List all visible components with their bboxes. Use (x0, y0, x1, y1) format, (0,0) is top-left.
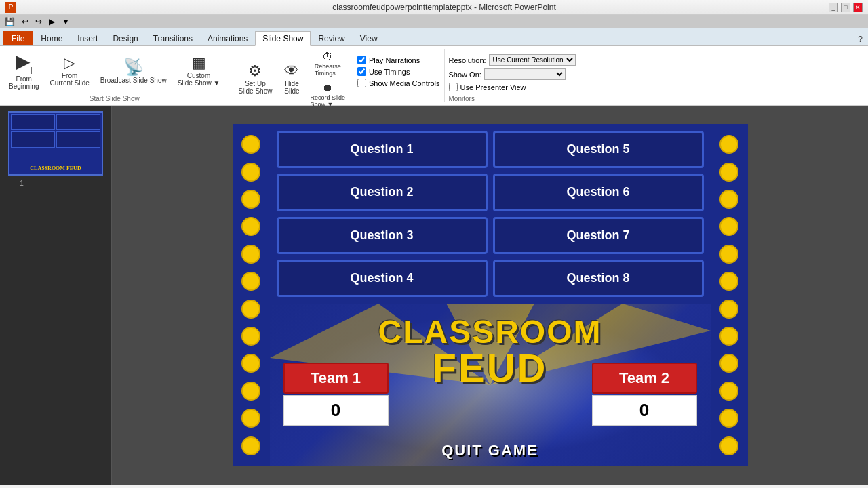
ribbon-group-start-slideshow: ▶| FromBeginning ▷ FromCurrent Slide 📡 B… (0, 49, 229, 102)
dots-left (233, 124, 270, 466)
ribbon-group-monitors: Resolution: Use Current Resolution Show … (445, 49, 580, 102)
question-4-btn[interactable]: Question 4 (277, 260, 488, 297)
question-1-btn[interactable]: Question 1 (277, 131, 488, 168)
question-6-btn[interactable]: Question 6 (493, 174, 704, 211)
quit-game-btn[interactable]: QUIT GAME (441, 442, 538, 460)
team1-score: 0 (283, 395, 389, 426)
dot-left-9 (241, 354, 260, 373)
tab-animations[interactable]: Animations (200, 30, 255, 45)
slide-number-indicator: 1 (20, 180, 24, 187)
classroom-feud-title: CLASSROOM FEUD (378, 316, 602, 388)
team2-section: Team 2 0 (592, 363, 697, 426)
play-narrations-checkbox[interactable]: Play Narrations (357, 56, 420, 64)
team1-section: Team 1 0 (283, 363, 389, 426)
dropdown-quick-btn[interactable]: ▼ (60, 16, 72, 27)
save-quick-btn[interactable]: 💾 (3, 16, 17, 27)
feud-text: FEUD (433, 348, 548, 388)
dot-right-9 (719, 354, 738, 373)
team2-btn[interactable]: Team 2 (592, 363, 697, 394)
dot-right-3 (719, 190, 738, 209)
dot-right-6 (719, 272, 738, 291)
slide-area: Question 1 Question 5 Question 2 Questio… (112, 106, 868, 485)
custom-label: CustomSlide Show ▼ (178, 72, 220, 87)
rehearse-icon: ⏱ (322, 51, 333, 63)
from-current-icon: ▷ (64, 56, 75, 70)
dot-left-8 (241, 327, 260, 346)
resolution-label: Resolution: (449, 56, 486, 64)
show-media-controls-checkbox[interactable]: Show Media Controls (357, 79, 440, 87)
close-btn[interactable]: ✕ (853, 3, 863, 12)
dot-left-7 (241, 300, 260, 319)
from-current-label: FromCurrent Slide (50, 72, 89, 87)
team1-btn[interactable]: Team 1 (283, 363, 389, 394)
redo-quick-btn[interactable]: ↪ (33, 16, 44, 27)
presenter-view-checkbox[interactable]: Use Presenter View (449, 83, 526, 92)
broadcast-slideshow-btn[interactable]: 📡 Broadcast Slide Show (96, 57, 172, 86)
title-bar-title: classroomfeudpowerpointtemplatepptx - Mi… (60, 3, 829, 12)
question-2-btn[interactable]: Question 2 (277, 174, 488, 211)
dot-right-11 (719, 409, 738, 428)
dot-left-5 (241, 245, 260, 264)
slide-canvas: Question 1 Question 5 Question 2 Questio… (233, 124, 748, 466)
from-current-slide-btn[interactable]: ▷ FromCurrent Slide (45, 54, 94, 89)
dot-left-4 (241, 217, 260, 236)
dot-right-5 (719, 245, 738, 264)
from-beginning-btn[interactable]: ▶| FromBeginning (4, 50, 43, 92)
question-8-btn[interactable]: Question 8 (493, 260, 704, 297)
setup-label: Set UpSlide Show (238, 80, 272, 95)
setup-slideshow-btn[interactable]: ⚙ Set UpSlide Show (233, 62, 277, 97)
hide-slide-btn[interactable]: 👁 HideSlide (278, 62, 305, 97)
show-on-select[interactable] (484, 68, 566, 80)
start-slide-quick-btn[interactable]: ▶ (47, 16, 57, 27)
hide-slide-label: HideSlide (284, 80, 299, 95)
tab-view[interactable]: View (353, 30, 385, 45)
custom-slideshow-btn[interactable]: ▦ CustomSlide Show ▼ (173, 54, 225, 89)
rehearse-timings-btn[interactable]: ⏱ RehearseTimings (307, 49, 349, 79)
dot-right-1 (719, 135, 738, 154)
from-beginning-label: FromBeginning (9, 75, 39, 90)
slide-bottom: CLASSROOM FEUD Team 1 0 Team 2 0 QUIT GA… (270, 304, 711, 466)
tab-design[interactable]: Design (105, 30, 145, 45)
rehearse-label: RehearseTimings (315, 63, 341, 77)
tab-file[interactable]: File (3, 30, 33, 45)
help-icon[interactable]: ? (852, 33, 868, 45)
start-slideshow-group-label: Start Slide Show (90, 95, 140, 102)
dot-right-12 (719, 436, 738, 455)
dot-right-7 (719, 300, 738, 319)
start-slideshow-buttons: ▶| FromBeginning ▷ FromCurrent Slide 📡 B… (4, 49, 224, 94)
slide-thumbnail[interactable]: CLASSROOM FEUD (8, 111, 103, 176)
minimize-btn[interactable]: _ (829, 3, 838, 12)
tab-transitions[interactable]: Transitions (146, 30, 200, 45)
questions-grid: Question 1 Question 5 Question 2 Questio… (270, 124, 711, 304)
from-beginning-icon: ▶| (16, 52, 33, 74)
dot-left-6 (241, 272, 260, 291)
monitors-group-label: Monitors (449, 95, 475, 102)
question-5-btn[interactable]: Question 5 (493, 131, 704, 168)
team2-score: 0 (592, 395, 697, 426)
setup-buttons: ⚙ Set UpSlide Show 👁 HideSlide ⏱ Rehears… (233, 49, 349, 110)
resolution-select[interactable]: Use Current Resolution (489, 54, 576, 66)
dots-right (711, 124, 748, 466)
show-on-label: Show On: (449, 70, 481, 79)
undo-quick-btn[interactable]: ↩ (20, 16, 31, 27)
setup-icon: ⚙ (248, 64, 262, 79)
dot-right-4 (719, 217, 738, 236)
slide-panel: CLASSROOM FEUD 1 (0, 106, 112, 485)
maximize-btn[interactable]: □ (841, 3, 850, 12)
dot-right-2 (719, 163, 738, 182)
tab-review[interactable]: Review (311, 30, 352, 45)
custom-icon: ▦ (192, 56, 206, 70)
dot-left-3 (241, 190, 260, 209)
tab-home[interactable]: Home (33, 30, 70, 45)
ribbon-content: ▶| FromBeginning ▷ FromCurrent Slide 📡 B… (0, 46, 868, 106)
tab-insert[interactable]: Insert (70, 30, 105, 45)
hide-slide-icon: 👁 (284, 64, 299, 79)
dot-right-8 (719, 327, 738, 346)
tab-slideshow[interactable]: Slide Show (255, 31, 311, 46)
broadcast-icon: 📡 (123, 59, 144, 75)
record-icon: ⏺ (322, 82, 333, 94)
dot-left-11 (241, 409, 260, 428)
use-timings-checkbox[interactable]: Use Timings (357, 67, 410, 76)
question-3-btn[interactable]: Question 3 (277, 217, 488, 254)
question-7-btn[interactable]: Question 7 (493, 217, 704, 254)
